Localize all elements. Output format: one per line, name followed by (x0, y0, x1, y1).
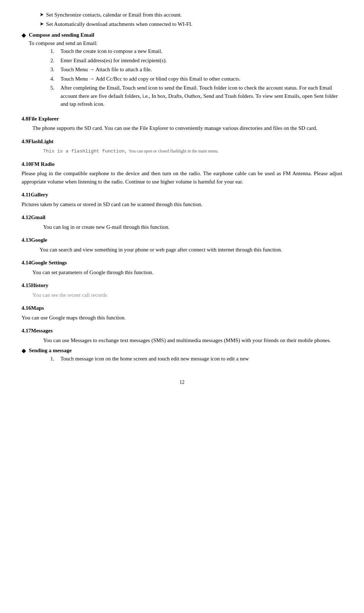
page-number: 12 (22, 378, 342, 386)
diamond-icon: ◆ (22, 31, 26, 40)
text-413: You can search and view something in you… (22, 246, 342, 254)
step-5: 5. After completing the Email, Touch sen… (50, 84, 342, 108)
text-48: The phone supports the SD card. You can … (22, 124, 342, 132)
heading-49: 4.9FlashLight (22, 137, 342, 146)
section-416: 4.16Maps You can use Google maps through… (22, 304, 342, 322)
text-415: You can see the recent call records (22, 291, 342, 299)
step-1: 1. Touch the create icon to compose a ne… (50, 47, 342, 55)
section-49: 4.9FlashLight This is a flashlight funct… (22, 137, 342, 155)
section-414: 4.14Google Settings You can set paramete… (22, 259, 342, 276)
text-411: Pictures taken by camera or stored in SD… (22, 200, 342, 209)
heading-410: 4.10FM Radio (22, 160, 342, 168)
compose-title: Compose and sending Email (29, 32, 94, 38)
heading-411: 4.11Gallery (22, 191, 342, 199)
heading-415: 4.15History (22, 281, 342, 290)
top-bullets-section: ➤ Set Synchronize contacts, calendar or … (22, 11, 342, 28)
text-410: Please plug in the compatible earphone t… (22, 169, 342, 186)
step-2: 2. Enter Email address(es) for intended … (50, 56, 342, 65)
compose-content: Compose and sending Email To compose and… (29, 31, 342, 110)
text-414: You can set parameters of Google through… (22, 268, 342, 277)
text-416: You can use Google maps through this fun… (22, 314, 342, 322)
heading-417: 4.17Messages (22, 327, 342, 335)
intro-417: You can use Messages to exchange text me… (22, 336, 342, 345)
section-48: 4.8File Explorer The phone supports the … (22, 115, 342, 132)
section-411: 4.11Gallery Pictures taken by camera or … (22, 191, 342, 208)
step-4: 4. Touch Menu → Add Cc/Bcc to add copy o… (50, 75, 342, 83)
sending-bullet: ◆ Sending a message 1. Touch message ico… (22, 346, 342, 364)
compose-steps-list: 1. Touch the create icon to compose a ne… (29, 47, 342, 108)
section-417: 4.17Messages You can use Messages to exc… (22, 327, 342, 364)
compose-section: ◆ Compose and sending Email To compose a… (22, 31, 342, 110)
bullet-item-1: ➤ Set Synchronize contacts, calendar or … (40, 11, 342, 19)
heading-413: 4.13Google (22, 236, 342, 244)
section-415: 4.15History You can see the recent call … (22, 281, 342, 299)
send-step-1: 1. Touch message icon on the home screen… (50, 355, 249, 363)
step-3: 3. Touch Menu → Attach file to attach a … (50, 65, 342, 74)
bullet-text-1: Set Synchronize contacts, calendar or Em… (46, 11, 182, 19)
chevron-icon-2: ➤ (40, 20, 44, 28)
text-412: You can log in or create new G-mail thro… (22, 223, 342, 231)
bullet-text-2: Set Automatically download attachments w… (46, 20, 192, 28)
diamond-icon-2: ◆ (22, 346, 26, 355)
section-413: 4.13Google You can search and view somet… (22, 236, 342, 254)
section-412: 4.12Gmail You can log in or create new G… (22, 213, 342, 231)
heading-412: 4.12Gmail (22, 213, 342, 222)
flashlight-main: This is a flashlight function, (43, 149, 127, 154)
text-49: This is a flashlight function, You can o… (22, 147, 342, 155)
chevron-icon-1: ➤ (40, 11, 44, 18)
bullet-item-2: ➤ Set Automatically download attachments… (40, 20, 342, 28)
heading-48: 4.8File Explorer (22, 115, 342, 123)
sending-title: Sending a message (29, 348, 72, 353)
heading-414: 4.14Google Settings (22, 259, 342, 267)
heading-416: 4.16Maps (22, 304, 342, 312)
section-410: 4.10FM Radio Please plug in the compatib… (22, 160, 342, 186)
compose-intro: To compose and send an Email: (29, 39, 342, 47)
page-content: ➤ Set Synchronize contacts, calendar or … (22, 11, 342, 386)
sending-steps: 1. Touch message icon on the home screen… (29, 355, 249, 363)
flashlight-sub: You can open or closed flashlight in the… (129, 149, 219, 154)
